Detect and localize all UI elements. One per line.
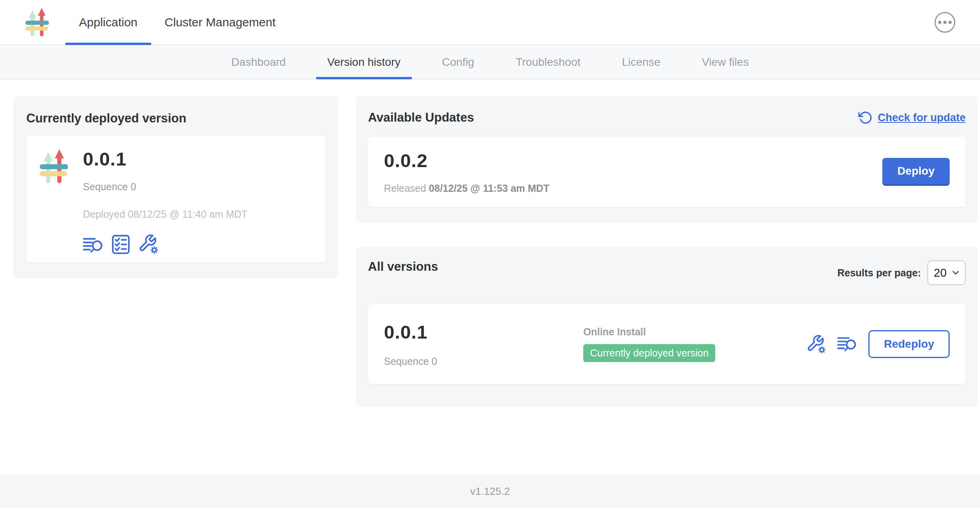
header-spacer	[289, 0, 935, 45]
main-content: Currently deployed version 0.0.1 Sequenc…	[0, 79, 980, 407]
currently-deployed-card: Currently deployed version 0.0.1 Sequenc…	[14, 96, 338, 278]
release-notes-icon[interactable]	[83, 236, 104, 254]
update-row: 0.0.2 Released 08/12/25 @ 11:53 am MDT D…	[368, 137, 966, 207]
released-prefix: Released	[384, 183, 426, 194]
update-info: 0.0.2 Released 08/12/25 @ 11:53 am MDT	[384, 150, 549, 194]
subnav-item-troubleshoot[interactable]: Troubleshoot	[495, 45, 601, 79]
deploy-button[interactable]: Deploy	[882, 158, 950, 186]
install-type: Online Install	[583, 326, 715, 338]
tab-cluster-management-label: Cluster Management	[165, 16, 276, 29]
release-notes-icon[interactable]	[837, 335, 857, 353]
subnav-item-config[interactable]: Config	[421, 45, 495, 79]
app-subnav: Dashboard Version history Config Trouble…	[0, 45, 980, 79]
console-version: v1.125.2	[470, 485, 510, 498]
all-versions-header: All versions Results per page: 20	[368, 260, 966, 285]
version-row: 0.0.1 Sequence 0 Online Install Currentl…	[368, 304, 966, 384]
results-per-page-select[interactable]: 20	[927, 260, 966, 285]
available-updates-title: Available Updates	[368, 110, 474, 125]
all-versions-title: All versions	[368, 260, 438, 274]
available-updates-header: Available Updates Check for update	[368, 110, 966, 125]
subnav-item-license[interactable]: License	[601, 45, 681, 79]
deployed-sequence: Sequence 0	[83, 181, 248, 193]
all-versions-card: All versions Results per page: 20 0.0.1 …	[356, 247, 978, 407]
version-row-status: Online Install Currently deployed versio…	[583, 326, 715, 362]
top-header: Application Cluster Management	[0, 0, 980, 45]
subnav-view-files-label: View files	[702, 56, 749, 69]
edit-config-icon[interactable]	[806, 334, 826, 354]
update-released-line: Released 08/12/25 @ 11:53 am MDT	[384, 183, 549, 194]
ellipsis-menu-button[interactable]	[935, 12, 955, 33]
deployed-version-number: 0.0.1	[83, 148, 248, 170]
currently-deployed-badge: Currently deployed version	[583, 344, 715, 362]
available-updates-card: Available Updates Check for update 0.0.2…	[356, 96, 978, 223]
subnav-item-version-history[interactable]: Version history	[307, 45, 421, 79]
version-row-info: 0.0.1 Sequence 0	[384, 321, 583, 367]
released-date: 08/12/25 @ 11:53 am MDT	[429, 183, 549, 194]
chevron-down-icon	[950, 268, 961, 278]
app-logo-icon	[26, 7, 49, 37]
subnav-version-history-label: Version history	[327, 56, 401, 69]
results-per-page-value: 20	[934, 266, 947, 280]
header-tabs: Application Cluster Management	[65, 0, 289, 45]
page-footer: v1.125.2	[0, 475, 980, 508]
subnav-item-view-files[interactable]: View files	[681, 45, 769, 79]
deployed-actions	[83, 234, 248, 254]
deployed-card-title: Currently deployed version	[26, 111, 325, 126]
subnav-dashboard-label: Dashboard	[231, 56, 286, 69]
subnav-config-label: Config	[442, 56, 474, 69]
version-row-actions: Redeploy	[806, 330, 950, 358]
results-per-page-label: Results per page:	[837, 267, 921, 279]
subnav-item-dashboard[interactable]: Dashboard	[211, 45, 307, 79]
tab-application[interactable]: Application	[65, 0, 151, 45]
row-sequence: Sequence 0	[384, 356, 583, 367]
ellipsis-icon	[938, 21, 941, 24]
edit-config-icon[interactable]	[138, 234, 159, 254]
check-for-update-link[interactable]: Check for update	[858, 110, 966, 125]
update-version-number: 0.0.2	[384, 150, 549, 171]
deployed-date: Deployed 08/12/25 @ 11:40 am MDT	[83, 209, 248, 220]
row-version-number: 0.0.1	[384, 321, 583, 343]
tab-cluster-management[interactable]: Cluster Management	[151, 0, 289, 45]
deployed-version-panel: 0.0.1 Sequence 0 Deployed 08/12/25 @ 11:…	[26, 136, 325, 262]
results-per-page: Results per page: 20	[837, 260, 966, 285]
deployed-version-meta: 0.0.1 Sequence 0 Deployed 08/12/25 @ 11:…	[83, 148, 248, 254]
right-column: Available Updates Check for update 0.0.2…	[356, 96, 978, 407]
subnav-license-label: License	[622, 56, 661, 69]
subnav-troubleshoot-label: Troubleshoot	[516, 56, 580, 69]
check-for-update-label: Check for update	[878, 112, 966, 124]
app-logo	[26, 0, 49, 45]
app-logo-icon	[40, 149, 68, 184]
deployed-app-logo	[40, 149, 68, 254]
redeploy-button[interactable]: Redeploy	[868, 330, 950, 358]
preflight-checks-icon[interactable]	[112, 234, 130, 254]
tab-application-label: Application	[79, 16, 138, 29]
refresh-icon	[858, 110, 873, 125]
